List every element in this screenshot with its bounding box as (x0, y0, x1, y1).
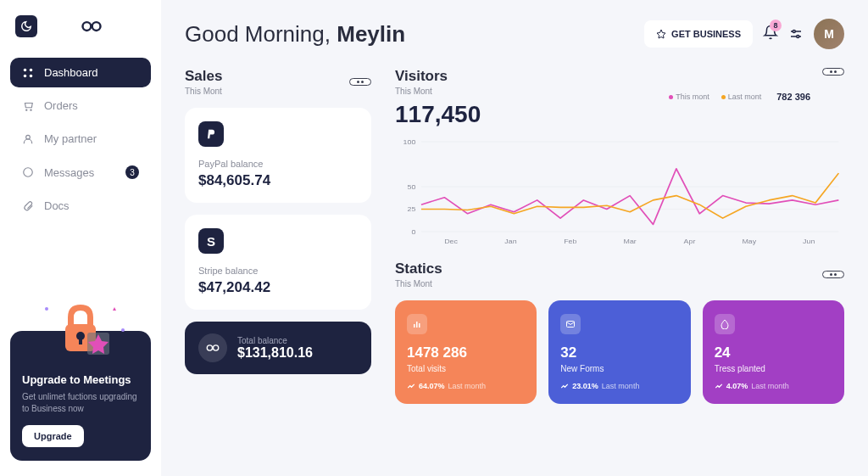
sidebar-item-docs[interactable]: Docs (10, 191, 151, 221)
stat-cards: 1478 286 Total visits 64.07% Last month … (395, 300, 844, 404)
svg-rect-39 (419, 323, 420, 328)
settings-icon[interactable] (788, 26, 804, 42)
main-content: Good Morning, Meylin GET BUSINESS 8 M Sa… (161, 0, 868, 476)
svg-text:Feb: Feb (564, 237, 577, 244)
legend-this-mont: This mont (669, 92, 709, 101)
sidebar-item-label: Orders (44, 99, 78, 112)
total-value: $131,810.16 (237, 345, 313, 361)
header-actions: GET BUSINESS 8 M (644, 19, 844, 49)
upgrade-description: Get unlimet fuctions upgrading to Busine… (22, 391, 139, 415)
svg-text:Mar: Mar (624, 237, 637, 244)
lock-illustration (30, 300, 131, 360)
paypal-icon (198, 121, 224, 147)
right-column: Visitors This Mont 117,450 This mont Las… (395, 68, 844, 404)
svg-point-21 (213, 345, 218, 350)
notifications-button[interactable]: 8 (763, 25, 778, 43)
legend-value: 782 396 (776, 92, 810, 102)
leaf-icon (715, 314, 735, 334)
total-icon (198, 333, 227, 362)
statics-subtitle: This Mont (395, 279, 442, 288)
stat-card-tress: 24 Tress planted 4.07% Last month (703, 300, 844, 404)
statics-title: Statics (395, 260, 442, 277)
svg-rect-14 (79, 338, 82, 344)
svg-point-0 (83, 22, 92, 31)
sales-more-button[interactable] (349, 78, 371, 86)
messages-badge: 3 (125, 165, 139, 179)
stat-value: 24 (715, 344, 832, 361)
svg-point-20 (207, 345, 212, 350)
bars-icon (407, 314, 427, 334)
stripe-card: S Stripe balance $47,204.42 (185, 215, 371, 310)
trend-icon (407, 382, 415, 390)
sidebar-item-messages[interactable]: Messages 3 (10, 157, 151, 188)
stat-label: Tress planted (715, 364, 832, 373)
chart-legend: This mont Last mont 782 396 (669, 92, 810, 102)
total-label: Total balance (237, 336, 313, 345)
clip-icon (22, 200, 34, 212)
svg-point-5 (30, 74, 33, 77)
grid-icon (22, 67, 34, 79)
trend-icon (560, 382, 569, 390)
avatar[interactable]: M (814, 19, 844, 49)
svg-point-3 (30, 68, 33, 71)
greeting-name: Meylin (337, 21, 405, 47)
visitors-title: Visitors (395, 68, 448, 85)
stat-value: 1478 286 (407, 344, 525, 361)
get-business-button[interactable]: GET BUSINESS (644, 20, 753, 48)
svg-text:0: 0 (411, 227, 415, 235)
sidebar-item-dashboard[interactable]: Dashboard (10, 58, 151, 87)
svg-point-8 (26, 135, 31, 139)
svg-point-11 (121, 328, 125, 332)
greeting-prefix: Good Morning, (185, 21, 337, 47)
sales-column: Sales This Mont PayPal balance $84,605.7… (185, 68, 371, 404)
legend-last-mont: Last mont (721, 92, 762, 101)
sidebar-header (10, 15, 151, 37)
sidebar-item-orders[interactable]: Orders (10, 91, 151, 120)
get-business-label: GET BUSINESS (671, 29, 741, 39)
statics-head: Statics This Mont (395, 260, 844, 288)
statics-more-button[interactable] (822, 271, 844, 278)
logo-icon (80, 20, 103, 33)
stat-change: 23.01% Last month (560, 382, 678, 390)
sidebar-item-label: Messages (44, 166, 94, 179)
stat-card-forms: 32 New Forms 23.01% Last month (548, 300, 690, 404)
stripe-icon: S (198, 228, 224, 254)
header: Good Morning, Meylin GET BUSINESS 8 M (185, 19, 844, 49)
visitors-value: 117,450 (395, 101, 481, 128)
svg-rect-38 (416, 322, 418, 328)
svg-point-6 (26, 109, 27, 110)
trend-icon (715, 382, 723, 390)
mail-icon (560, 314, 581, 334)
sidebar-item-partner[interactable]: My partner (10, 124, 151, 154)
theme-toggle[interactable] (15, 15, 37, 37)
stat-label: New Forms (560, 364, 678, 373)
total-balance-card: Total balance $131,810.16 (185, 322, 371, 374)
svg-text:Apr: Apr (684, 237, 696, 244)
greeting: Good Morning, Meylin (185, 21, 405, 48)
visitors-chart: 02550100DecJanFebMarAprMayJun (395, 137, 844, 247)
stat-change: 64.07% Last month (407, 382, 525, 390)
user-icon (22, 133, 34, 145)
svg-point-4 (24, 74, 27, 77)
svg-text:Jan: Jan (504, 237, 517, 244)
svg-point-9 (24, 168, 33, 177)
cart-icon (22, 100, 34, 112)
notification-badge: 8 (770, 20, 782, 31)
svg-text:25: 25 (407, 205, 415, 213)
sidebar: Dashboard Orders My partner Messages 3 D… (0, 0, 161, 476)
svg-point-10 (45, 307, 48, 311)
sales-head: Sales This Mont (185, 68, 371, 96)
upgrade-card: Upgrade to Meetings Get unlimet fuctions… (10, 331, 151, 461)
chat-icon (22, 166, 34, 178)
visitors-more-button[interactable] (822, 68, 844, 76)
visitors-subtitle: This Mont (395, 87, 448, 96)
content-area: Sales This Mont PayPal balance $84,605.7… (185, 68, 844, 404)
stripe-label: Stripe balance (198, 266, 358, 276)
upgrade-button[interactable]: Upgrade (22, 425, 84, 447)
upgrade-title: Upgrade to Meetings (22, 373, 139, 386)
svg-text:May: May (743, 237, 757, 244)
stripe-value: $47,204.42 (198, 279, 358, 296)
svg-point-18 (793, 31, 795, 33)
paypal-card: PayPal balance $84,605.74 (185, 108, 371, 203)
svg-text:50: 50 (407, 182, 415, 190)
